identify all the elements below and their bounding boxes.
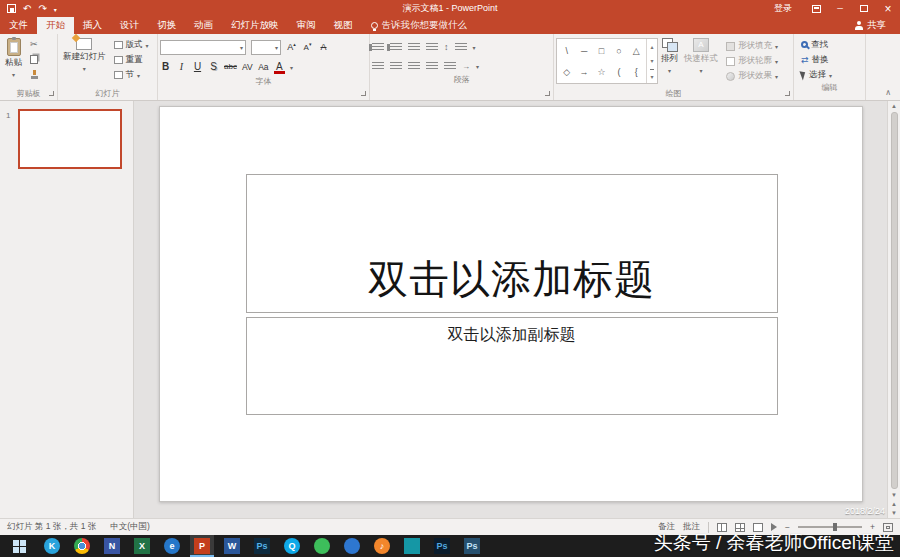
tab-home[interactable]: 开始 xyxy=(37,17,74,34)
shape-star-icon[interactable]: ☆ xyxy=(597,67,605,77)
align-right-icon[interactable] xyxy=(408,62,420,71)
tab-review[interactable]: 审阅 xyxy=(288,17,325,34)
shapes-gallery[interactable]: \ ─ □ ○ △ ◇ → ☆ ( { xyxy=(556,38,658,84)
close-button[interactable] xyxy=(876,0,900,17)
tab-insert[interactable]: 插入 xyxy=(74,17,111,34)
taskbar-icon-app-teal[interactable] xyxy=(400,535,424,557)
italic-button[interactable]: I xyxy=(176,62,187,72)
bullets-icon[interactable] xyxy=(372,43,384,52)
shape-rectangle-icon[interactable]: □ xyxy=(599,46,604,56)
language-indicator[interactable]: 中文(中国) xyxy=(110,521,150,533)
shape-outline-button[interactable]: 形状轮廓 xyxy=(726,55,778,67)
vertical-scrollbar[interactable]: ▲ ▼ ▲ ▼ xyxy=(887,101,900,518)
collapse-ribbon-icon[interactable] xyxy=(885,88,891,97)
taskbar-icon-word[interactable]: W xyxy=(220,535,244,557)
shape-oval-icon[interactable]: ○ xyxy=(616,46,621,56)
font-color-button[interactable]: A xyxy=(274,62,285,72)
increase-font-size-icon[interactable] xyxy=(286,42,297,52)
align-left-icon[interactable] xyxy=(372,62,384,71)
text-direction-dropdown-icon[interactable] xyxy=(473,42,476,52)
align-center-icon[interactable] xyxy=(390,62,402,71)
taskbar-icon-music[interactable]: ♪ xyxy=(370,535,394,557)
title-placeholder[interactable]: 双击以添加标题 xyxy=(246,174,778,313)
shape-line-icon[interactable]: \ xyxy=(565,46,568,56)
numbering-icon[interactable] xyxy=(390,43,402,52)
previous-slide-icon[interactable]: ▲ xyxy=(891,501,897,507)
strikethrough-button[interactable]: abc xyxy=(224,63,237,71)
convert-smartart-icon[interactable] xyxy=(462,61,470,71)
taskbar-icon-kugou[interactable]: K xyxy=(40,535,64,557)
shape-effects-button[interactable]: 形状效果 xyxy=(726,70,778,82)
drawing-dialog-launcher-icon[interactable] xyxy=(785,91,790,96)
slide[interactable]: 双击以添加标题 双击以添加副标题 xyxy=(159,106,863,502)
taskbar-icon-app-blue[interactable] xyxy=(340,535,364,557)
slide-thumbnail-panel[interactable]: 1 xyxy=(0,101,134,518)
tab-slideshow[interactable]: 幻灯片放映 xyxy=(222,17,288,34)
tell-me-box[interactable]: 告诉我你想要做什么 xyxy=(362,17,477,34)
share-button[interactable]: 共享 xyxy=(845,17,896,34)
find-button[interactable]: 查找 xyxy=(799,38,863,51)
tab-view[interactable]: 视图 xyxy=(325,17,362,34)
cut-button[interactable] xyxy=(28,38,41,51)
arrange-button[interactable]: 排列 xyxy=(658,35,681,85)
undo-icon[interactable] xyxy=(23,4,31,14)
decrease-font-size-icon[interactable] xyxy=(302,42,313,52)
convert-smartart-dropdown-icon[interactable] xyxy=(476,61,479,71)
bold-button[interactable]: B xyxy=(160,62,171,72)
taskbar-icon-qq[interactable]: Q xyxy=(280,535,304,557)
shapes-more-icon[interactable] xyxy=(650,69,653,81)
select-button[interactable]: 选择 xyxy=(799,68,863,81)
slide-canvas[interactable]: 双击以添加标题 双击以添加副标题 xyxy=(134,101,887,518)
text-shadow-button[interactable]: S xyxy=(208,62,219,72)
paragraph-dialog-launcher-icon[interactable] xyxy=(545,91,550,96)
character-spacing-button[interactable]: AV xyxy=(242,63,253,72)
tab-animations[interactable]: 动画 xyxy=(185,17,222,34)
start-button[interactable] xyxy=(4,535,34,557)
font-size-combo[interactable] xyxy=(251,40,281,55)
taskbar-icon-chrome[interactable] xyxy=(70,535,94,557)
taskbar-icon-onenote[interactable]: N xyxy=(100,535,124,557)
new-slide-button[interactable]: 新建幻灯片 xyxy=(60,35,109,85)
tab-transitions[interactable]: 切换 xyxy=(148,17,185,34)
tab-design[interactable]: 设计 xyxy=(111,17,148,34)
taskbar-icon-photoshop-2[interactable]: Ps xyxy=(430,535,454,557)
shape-arc-icon[interactable]: ( xyxy=(617,67,620,77)
line-spacing-icon[interactable] xyxy=(444,42,449,52)
scroll-down-icon[interactable]: ▼ xyxy=(891,492,897,498)
layout-button[interactable]: 版式 xyxy=(112,38,151,51)
justify-icon[interactable] xyxy=(426,62,438,71)
taskbar-icon-app-green[interactable] xyxy=(310,535,334,557)
shape-fill-button[interactable]: 形状填充 xyxy=(726,40,778,52)
shapes-scroll-down-icon[interactable] xyxy=(650,55,653,65)
customize-qat-icon[interactable] xyxy=(54,4,57,14)
slide-thumbnail[interactable] xyxy=(18,109,122,169)
clear-formatting-icon[interactable] xyxy=(318,42,329,52)
redo-icon[interactable] xyxy=(38,4,46,14)
font-color-dropdown-icon[interactable] xyxy=(290,62,293,72)
maximize-button[interactable] xyxy=(852,0,876,17)
subtitle-placeholder[interactable]: 双击以添加副标题 xyxy=(246,317,778,415)
save-icon[interactable] xyxy=(7,4,16,13)
columns-icon[interactable] xyxy=(444,62,456,71)
text-direction-icon[interactable] xyxy=(455,43,467,52)
font-dialog-launcher-icon[interactable] xyxy=(361,91,366,96)
copy-button[interactable] xyxy=(28,53,41,66)
shapes-scroll-up-icon[interactable] xyxy=(650,41,653,51)
scroll-up-icon[interactable]: ▲ xyxy=(891,103,897,109)
shape-diamond-icon[interactable]: ◇ xyxy=(563,67,570,77)
shape-arrow-icon[interactable]: → xyxy=(580,67,589,77)
minimize-button[interactable] xyxy=(828,0,852,17)
taskbar-icon-excel[interactable]: X xyxy=(130,535,154,557)
slide-counter[interactable]: 幻灯片 第 1 张，共 1 张 xyxy=(7,521,96,533)
increase-indent-icon[interactable] xyxy=(426,43,438,52)
taskbar-icon-edge[interactable]: e xyxy=(160,535,184,557)
section-button[interactable]: 节 xyxy=(112,68,151,81)
font-name-combo[interactable] xyxy=(160,40,246,55)
clipboard-dialog-launcher-icon[interactable] xyxy=(49,91,54,96)
underline-button[interactable]: U xyxy=(192,62,203,72)
quick-styles-button[interactable]: 快速样式 xyxy=(681,35,721,85)
signin-button[interactable]: 登录 xyxy=(762,2,804,15)
replace-button[interactable]: 替换 xyxy=(799,53,863,66)
reset-button[interactable]: 重置 xyxy=(112,53,151,66)
paste-button[interactable]: 粘贴 xyxy=(2,35,25,85)
